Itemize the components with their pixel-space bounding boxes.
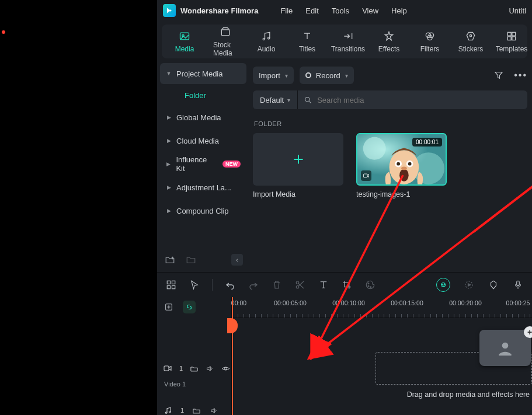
svg-point-21 — [408, 162, 412, 166]
sidebar-project-media[interactable]: ▼ Project Media — [160, 63, 246, 84]
lock-icon[interactable] — [190, 363, 199, 374]
tab-audio[interactable]: Audio — [249, 27, 283, 55]
sidebar-compound-clip[interactable]: ▶ Compound Clip — [160, 200, 246, 221]
svg-point-4 — [268, 37, 270, 39]
menu-edit[interactable]: Edit — [305, 6, 318, 15]
import-media-thumb[interactable] — [253, 133, 343, 186]
render-button[interactable] — [463, 279, 475, 291]
drag-preview[interactable] — [479, 330, 531, 366]
sidebar-global-media[interactable]: ▶ Global Media — [160, 107, 246, 128]
svg-point-36 — [444, 284, 444, 285]
tab-effects[interactable]: Effects — [372, 27, 406, 55]
svg-rect-2 — [221, 30, 229, 36]
audio-mute-icon[interactable] — [208, 405, 219, 415]
audio-track-header[interactable]: 1 — [157, 397, 231, 415]
tab-media-label: Media — [175, 45, 194, 53]
plus-icon — [291, 152, 306, 167]
caret-right-icon: ▶ — [166, 161, 171, 167]
ai-assistant-button[interactable] — [436, 278, 450, 292]
tab-stickers-label: Stickers — [458, 45, 484, 53]
record-dropdown[interactable]: Record ▾ — [300, 67, 354, 84]
tab-templates[interactable]: Templates — [495, 27, 528, 55]
audio-icon — [260, 30, 273, 43]
menu-file[interactable]: File — [280, 6, 293, 15]
timeline-toolbar — [157, 273, 532, 297]
import-media-card[interactable]: Import Media — [253, 133, 343, 198]
menu-view[interactable]: View — [362, 6, 378, 15]
tab-titles[interactable]: Titles — [290, 27, 324, 55]
sidebar-cloud-media[interactable]: ▶ Cloud Media — [160, 130, 246, 151]
collapse-sidebar-button[interactable]: ‹ — [231, 254, 243, 266]
record-icon — [305, 72, 311, 78]
mute-icon[interactable] — [206, 363, 214, 374]
svg-point-3 — [263, 38, 265, 40]
sidebar-adjustment-layer[interactable]: ▶ Adjustment La... — [160, 177, 246, 198]
menu-help[interactable]: Help — [391, 6, 407, 15]
link-tracks-button[interactable] — [183, 301, 196, 313]
marker-button[interactable] — [488, 279, 499, 291]
media-clip-card[interactable]: 00:00:01 testing-images-1 — [356, 133, 447, 198]
content-panel: Import ▾ Record ▾ ••• Default ▾ — [249, 62, 532, 272]
select-tool[interactable] — [189, 279, 200, 291]
delete-button[interactable] — [271, 279, 283, 291]
stickers-icon — [464, 30, 477, 43]
sidebar-project-label: Project Media — [176, 69, 222, 78]
sidebar-global-label: Global Media — [176, 113, 221, 122]
time-ruler[interactable]: 00:00 00:00:05:00 00:00:10:00 00:00:15:0… — [232, 297, 532, 318]
layout-button[interactable] — [165, 279, 177, 291]
tab-media[interactable]: Media — [168, 27, 201, 55]
tab-stock-media[interactable]: Stock Media — [208, 23, 242, 60]
caret-right-icon: ▶ — [166, 138, 172, 144]
svg-rect-12 — [512, 37, 516, 40]
crop-button[interactable] — [341, 279, 353, 291]
sidebar: ▼ Project Media Folder ▶ Global Media ▶ … — [157, 62, 249, 272]
module-tabs: Media Stock Media Audio Titles Transitio… — [162, 25, 527, 58]
redo-button[interactable] — [248, 279, 259, 291]
track-area[interactable]: 00:00 00:00:05:00 00:00:10:00 00:00:15:0… — [232, 297, 532, 415]
search-icon — [304, 96, 312, 104]
voiceover-button[interactable] — [512, 279, 524, 291]
media-icon — [178, 30, 191, 43]
add-track-floating-button[interactable]: + — [524, 326, 532, 338]
audio-lock-icon[interactable] — [191, 405, 201, 415]
svg-rect-24 — [364, 174, 368, 177]
delete-folder-button[interactable] — [185, 253, 197, 266]
visibility-icon[interactable] — [221, 363, 230, 374]
more-options-button[interactable]: ••• — [514, 70, 527, 81]
sort-dropdown[interactable]: Default ▾ — [253, 90, 298, 109]
svg-point-41 — [225, 367, 227, 369]
svg-rect-28 — [172, 286, 175, 289]
svg-rect-10 — [512, 32, 516, 36]
external-marker — [2, 30, 5, 34]
tab-transitions[interactable]: Transitions — [331, 27, 365, 55]
clip-duration: 00:00:01 — [412, 138, 442, 147]
undo-button[interactable] — [224, 279, 236, 291]
sidebar-influence-kit[interactable]: ▶ Influence Kit NEW — [160, 154, 246, 175]
text-button[interactable] — [318, 279, 329, 291]
playhead[interactable] — [232, 297, 233, 415]
video-track-header[interactable]: 1 Video 1 — [157, 362, 231, 388]
svg-rect-38 — [517, 281, 520, 285]
svg-point-44 — [502, 343, 509, 349]
app-logo: Wondershare Filmora — [163, 4, 258, 17]
split-button[interactable] — [294, 279, 306, 291]
tab-templates-label: Templates — [496, 45, 528, 53]
new-folder-button[interactable] — [164, 253, 176, 266]
tab-stickers[interactable]: Stickers — [454, 27, 488, 55]
chevron-down-icon: ▾ — [285, 72, 288, 79]
color-button[interactable] — [364, 279, 376, 291]
search-input[interactable] — [317, 96, 521, 104]
import-dropdown[interactable]: Import ▾ — [253, 67, 294, 84]
filmora-logo-icon — [163, 4, 176, 17]
sidebar-folder[interactable]: Folder — [160, 85, 246, 106]
dropzone-hint: Drag and drop media and effects here — [407, 390, 530, 399]
media-clip-thumb[interactable]: 00:00:01 — [356, 133, 447, 186]
clip-name-label: testing-images-1 — [356, 190, 447, 198]
filter-button[interactable] — [493, 69, 505, 81]
audio-track-icon — [163, 405, 173, 415]
menu-tools[interactable]: Tools — [332, 6, 349, 15]
video-badge-icon — [361, 170, 371, 181]
add-track-button[interactable] — [163, 301, 175, 313]
tab-filters[interactable]: Filters — [413, 27, 447, 55]
caret-right-icon: ▶ — [166, 208, 172, 214]
